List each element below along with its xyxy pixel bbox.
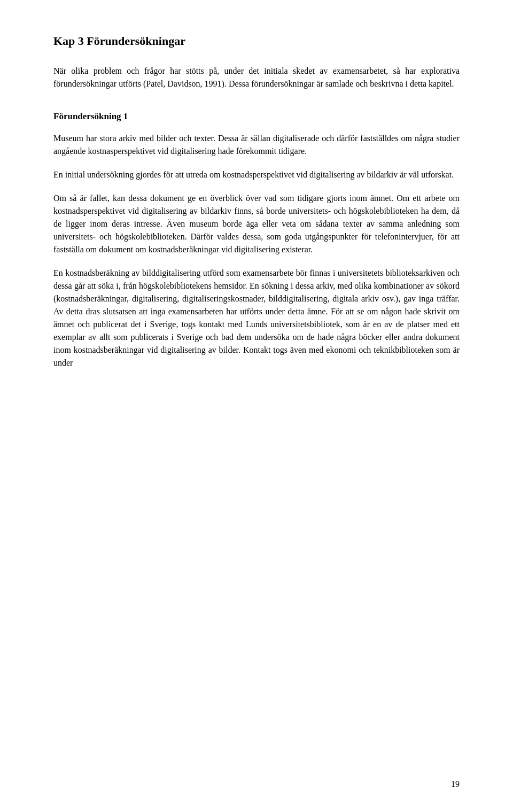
page: Kap 3 Förundersökningar När olika proble… <box>0 0 513 812</box>
chapter-title: Kap 3 Förundersökningar <box>53 32 460 50</box>
section1-paragraph-4: En kostnadsberäkning av bilddigitaliseri… <box>53 267 460 369</box>
page-number: 19 <box>451 778 460 791</box>
section1-title: Förundersökning 1 <box>53 110 460 123</box>
section1-paragraph-2: En initial undersökning gjordes för att … <box>53 168 460 181</box>
section1-paragraph-1: Museum har stora arkiv med bilder och te… <box>53 132 460 158</box>
section1-paragraph-3: Om så är fallet, kan dessa dokument ge e… <box>53 192 460 256</box>
intro-paragraph: När olika problem och frågor har stötts … <box>53 65 460 90</box>
